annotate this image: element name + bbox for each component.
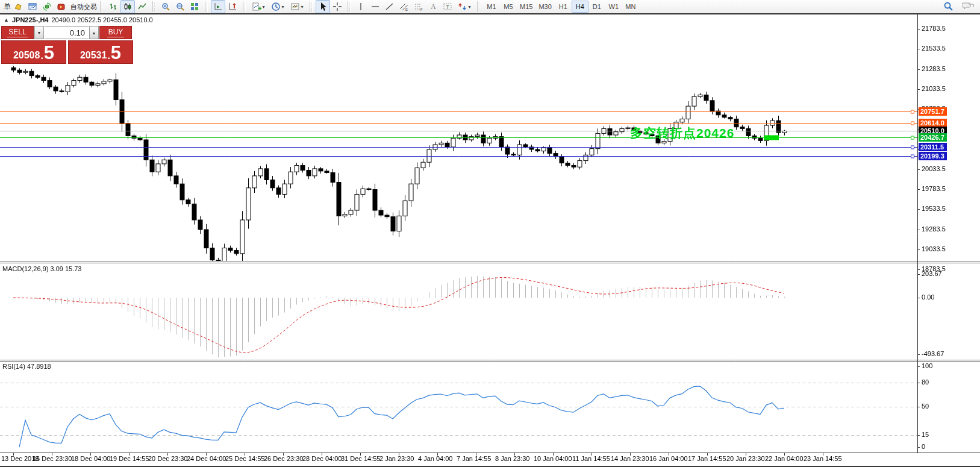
horizontal-line-icon[interactable] xyxy=(368,0,382,13)
autotrading-label[interactable]: 自动交易 xyxy=(70,2,97,11)
time-axis-label: 16 Jan 04:00 xyxy=(649,455,688,462)
cursor-icon[interactable] xyxy=(316,0,330,13)
time-axis-label: 18 Dec 04:00 xyxy=(71,455,110,462)
price-tick-label: 20033.5 xyxy=(922,165,946,172)
price-level-badge: 20614.0 xyxy=(919,119,947,127)
chart-shift-icon[interactable] xyxy=(225,0,240,13)
volume-decrease-button[interactable]: ▼ xyxy=(34,26,44,39)
time-axis-label: 24 Dec 04:00 xyxy=(187,455,226,462)
chat-icon[interactable] xyxy=(962,1,974,12)
trendline-icon[interactable] xyxy=(382,0,397,13)
rsi-tick-label: 50 xyxy=(922,403,929,410)
candlestick-chart-icon[interactable] xyxy=(120,0,135,13)
channel-icon[interactable]: E xyxy=(397,0,411,13)
rsi-tick-label: 100 xyxy=(922,362,932,369)
time-axis-label: 14 Jan 23:30 xyxy=(611,455,649,462)
svg-text:A: A xyxy=(431,2,436,11)
timeframe-w1[interactable]: W1 xyxy=(605,1,622,13)
price-tick-label: 19283.5 xyxy=(922,225,946,233)
timeframe-mn[interactable]: MN xyxy=(622,1,639,13)
sell-price[interactable]: 20508.5 xyxy=(1,40,66,64)
timeframe-h4[interactable]: H4 xyxy=(572,1,588,13)
chart-ohlc-values: 20490.0 20522.5 20455.0 20510.0 xyxy=(51,16,152,24)
price-tick-label: 19033.5 xyxy=(922,245,946,252)
timeframe-m1[interactable]: M1 xyxy=(483,1,500,13)
text-label-icon[interactable]: T xyxy=(440,0,455,13)
chart-window: ▲ JPN225-,H4 20490.0 20522.5 20455.0 205… xyxy=(0,14,980,467)
price-tick-label: 21033.5 xyxy=(922,85,946,92)
turning-point-annotation[interactable]: 多空转折点20426 xyxy=(630,125,734,142)
time-axis-label: 11 Jan 14:55 xyxy=(572,455,610,462)
svg-text:F: F xyxy=(420,8,423,11)
time-axis-label: 26 Dec 23:30 xyxy=(264,455,303,462)
macd-tick-label: 0.00 xyxy=(922,293,934,301)
time-axis-label: 2 Jan 23:30 xyxy=(379,455,414,462)
new-order-button[interactable]: 单 xyxy=(4,2,11,12)
time-axis-label: 17 Jan 14:55 xyxy=(688,455,726,462)
volume-input[interactable] xyxy=(45,28,89,37)
timeframe-h1[interactable]: H1 xyxy=(555,1,572,13)
autotrading-icon[interactable] xyxy=(54,0,69,13)
zoom-out-icon[interactable] xyxy=(173,0,187,13)
rsi-tick-label: 80 xyxy=(922,378,929,386)
price-chart-canvas[interactable] xyxy=(0,14,980,466)
line-chart-icon[interactable] xyxy=(135,0,149,13)
price-level-badge: 20751.7 xyxy=(919,107,947,116)
price-tick-label: 21283.5 xyxy=(922,65,946,72)
crosshair-icon[interactable] xyxy=(330,0,345,13)
templates-icon[interactable]: ▾ xyxy=(287,0,307,13)
bar-chart-icon[interactable] xyxy=(106,0,120,13)
arrows-icon[interactable]: ▾ xyxy=(455,0,474,13)
price-tick-label: 19533.5 xyxy=(922,205,946,212)
time-axis-label: 19 Dec 14:55 xyxy=(110,455,149,462)
svg-text:T: T xyxy=(446,4,450,10)
time-axis-label: 20 Dec 23:30 xyxy=(148,455,187,462)
time-axis-label: 20 Jan 23:30 xyxy=(726,455,765,462)
time-axis-label: 25 Dec 14:55 xyxy=(225,455,264,462)
navigator-icon[interactable] xyxy=(40,0,54,13)
timeframe-m5[interactable]: M5 xyxy=(500,1,517,13)
main-toolbar: 单 自动交易 xyxy=(0,0,980,14)
search-icon[interactable] xyxy=(943,1,953,13)
rsi-label: RSI(14) 47.8918 xyxy=(2,363,51,370)
price-tick-label: 19783.5 xyxy=(922,185,946,192)
timeframe-m30[interactable]: M30 xyxy=(535,1,554,13)
indicators-icon[interactable]: ▾ xyxy=(249,0,268,13)
chart-window-icon: ▲ xyxy=(4,17,9,23)
one-click-trade-panel: SELL ▼ ▲ BUY 20508.5 20531.5 xyxy=(1,26,133,64)
periods-icon[interactable]: ▾ xyxy=(268,0,287,13)
buy-button[interactable]: BUY xyxy=(99,26,132,39)
chart-title: ▲ JPN225-,H4 20490.0 20522.5 20455.0 205… xyxy=(4,16,153,24)
market-watch-icon[interactable] xyxy=(11,0,25,13)
time-axis-label: 4 Jan 04:00 xyxy=(418,455,453,462)
buy-price[interactable]: 20531.5 xyxy=(68,40,133,64)
auto-scroll-icon[interactable] xyxy=(211,0,225,13)
macd-label: MACD(12,26,9) 3.09 15.73 xyxy=(2,265,81,272)
rsi-tick-label: 0 xyxy=(922,443,925,450)
vertical-line-icon[interactable] xyxy=(354,0,368,13)
chart-symbol-period: JPN225-,H4 xyxy=(12,16,49,24)
timeframe-group: M1M5M15M30H1H4D1W1MN xyxy=(481,0,641,14)
time-axis-label: 22 Jan 04:00 xyxy=(765,455,804,462)
zoom-in-icon[interactable] xyxy=(158,0,173,13)
price-level-badge: 20311.5 xyxy=(919,143,947,151)
fibonacci-icon[interactable]: F xyxy=(411,0,426,13)
tile-windows-icon[interactable] xyxy=(187,0,202,13)
text-icon[interactable]: A xyxy=(426,0,440,13)
time-axis-label: 16 Dec 23:30 xyxy=(33,455,72,462)
data-window-icon[interactable] xyxy=(25,0,40,13)
macd-tick-label: 203.67 xyxy=(922,270,942,277)
time-axis-label: 23 Jan 14:55 xyxy=(804,455,842,462)
time-axis-label: 28 Dec 04:00 xyxy=(302,455,342,462)
time-axis-label: 8 Jan 23:30 xyxy=(495,455,530,462)
volume-increase-button[interactable]: ▲ xyxy=(89,26,99,39)
macd-tick-label: -493.67 xyxy=(922,350,944,357)
timeframe-m15[interactable]: M15 xyxy=(517,1,535,13)
price-tick-label: 21533.5 xyxy=(922,45,946,52)
time-axis-label: 31 Dec 14:55 xyxy=(341,455,380,462)
rsi-tick-label: 15 xyxy=(922,431,929,438)
time-axis-label: 7 Jan 14:55 xyxy=(457,455,492,462)
timeframe-d1[interactable]: D1 xyxy=(588,1,605,13)
sell-button[interactable]: SELL xyxy=(1,26,34,39)
price-level-badge: 20426.7 xyxy=(919,133,947,142)
